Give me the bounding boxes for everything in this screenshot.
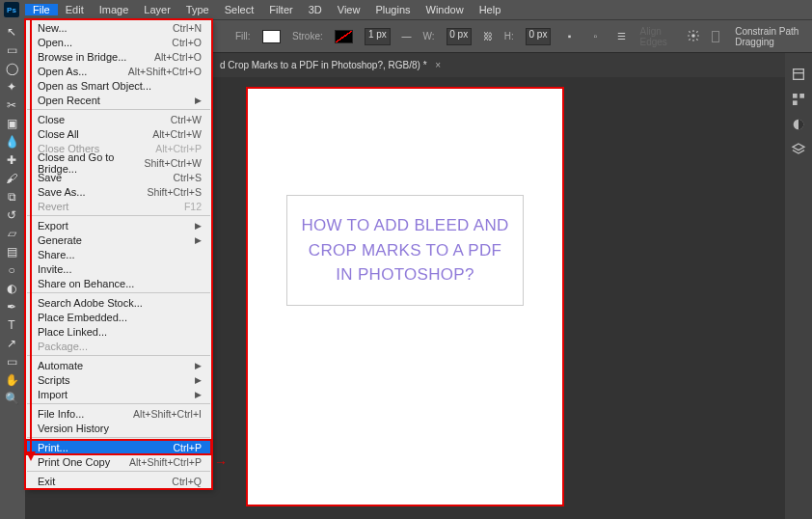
file-menu-open-recent[interactable]: Open Recent▶: [26, 93, 211, 107]
dodge-tool[interactable]: ◐: [0, 280, 23, 297]
constrain-checkbox[interactable]: [712, 31, 720, 42]
menu-edit[interactable]: Edit: [58, 4, 92, 15]
pen-tool[interactable]: ✒: [0, 298, 23, 315]
file-menu-invite[interactable]: Invite...: [26, 261, 211, 276]
file-menu-open-as[interactable]: Open As...Alt+Shift+Ctrl+O: [26, 64, 211, 78]
move-tool[interactable]: ↖: [0, 23, 23, 41]
file-menu-open[interactable]: Open...Ctrl+O: [26, 35, 211, 49]
menu-type[interactable]: Type: [178, 4, 217, 15]
submenu-arrow-icon: ▶: [195, 96, 202, 105]
file-menu-place-linked[interactable]: Place Linked...: [26, 324, 211, 339]
path-tool[interactable]: ↗: [0, 335, 23, 352]
width-input[interactable]: 0 px: [447, 28, 472, 45]
menu-item-label: Export: [38, 220, 68, 232]
link-icon[interactable]: ⛓: [483, 31, 493, 41]
swatches-icon[interactable]: [791, 92, 806, 107]
svg-rect-2: [793, 94, 798, 98]
menu-item-label: Save As...: [38, 186, 86, 198]
stroke-width-input[interactable]: 1 px: [365, 28, 390, 45]
fill-swatch[interactable]: [262, 30, 282, 43]
menu-item-shortcut: Alt+Shift+Ctrl+P: [129, 456, 202, 468]
eyedrop-tool[interactable]: 💧: [0, 133, 23, 150]
stroke-swatch[interactable]: [335, 30, 354, 43]
menu-3d[interactable]: 3D: [301, 4, 330, 15]
adjustments-icon[interactable]: [791, 117, 806, 132]
menu-view[interactable]: View: [330, 4, 368, 15]
file-menu-close-and-go-to-bridge[interactable]: Close and Go to Bridge...Shift+Ctrl+W: [26, 155, 211, 170]
heal-tool[interactable]: ✚: [0, 151, 23, 169]
wand-tool[interactable]: ✦: [0, 78, 23, 96]
menu-item-label: Close: [38, 114, 65, 125]
menu-separator: [27, 437, 210, 438]
hand-tool[interactable]: ✋: [0, 371, 23, 389]
close-icon[interactable]: ×: [435, 60, 441, 70]
file-menu-browse-in-bridge[interactable]: Browse in Bridge...Alt+Ctrl+O: [26, 49, 211, 64]
frame-tool[interactable]: ▣: [0, 115, 23, 132]
file-menu-print-one-copy[interactable]: Print One CopyAlt+Shift+Ctrl+P: [26, 454, 211, 469]
rect-tool[interactable]: ▭: [0, 353, 23, 370]
gradient-tool[interactable]: ▤: [0, 243, 23, 260]
layers-icon[interactable]: [791, 142, 806, 157]
height-input[interactable]: 0 px: [526, 28, 551, 45]
menu-layer[interactable]: Layer: [136, 4, 178, 15]
type-tool[interactable]: T: [0, 316, 23, 334]
file-menu-automate[interactable]: Automate▶: [26, 358, 211, 372]
file-menu-search-adobe-stock[interactable]: Search Adobe Stock...: [26, 295, 211, 310]
eraser-tool[interactable]: ▱: [0, 225, 23, 242]
menu-item-shortcut: F12: [184, 201, 202, 212]
file-menu-place-embedded[interactable]: Place Embedded...: [26, 310, 211, 324]
document-tab[interactable]: d Crop Marks to a PDF in Photoshop?, RGB…: [212, 60, 448, 70]
stamp-tool[interactable]: ⧉: [0, 188, 23, 205]
properties-icon[interactable]: [791, 67, 806, 82]
w-label: W:: [423, 31, 435, 41]
zoom-tool[interactable]: 🔍: [0, 390, 23, 407]
menu-file[interactable]: File: [25, 4, 58, 15]
file-menu-print[interactable]: Print...Ctrl+P: [26, 440, 211, 454]
menu-item-shortcut: Ctrl+Q: [172, 476, 202, 487]
file-menu-exit[interactable]: ExitCtrl+Q: [26, 474, 211, 488]
file-menu-close-all[interactable]: Close AllAlt+Ctrl+W: [26, 126, 211, 141]
file-menu: New...Ctrl+NOpen...Ctrl+OBrowse in Bridg…: [25, 19, 212, 489]
artboard[interactable]: HOW TO ADD BLEED AND CROP MARKS TO A PDF…: [246, 87, 564, 506]
pathops-combine-icon[interactable]: ▪: [562, 26, 577, 47]
file-menu-save-as[interactable]: Save As...Shift+Ctrl+S: [26, 184, 211, 199]
history-tool[interactable]: ↺: [0, 206, 23, 224]
file-menu-close[interactable]: CloseCtrl+W: [26, 112, 211, 126]
file-menu-share-on-behance[interactable]: Share on Behance...: [26, 276, 211, 290]
gear-icon[interactable]: [687, 29, 700, 44]
file-menu-import[interactable]: Import▶: [26, 387, 211, 401]
marquee-tool[interactable]: ▭: [0, 41, 23, 59]
menu-window[interactable]: Window: [419, 4, 472, 15]
file-menu-new[interactable]: New...Ctrl+N: [26, 20, 211, 35]
menu-select[interactable]: Select: [217, 4, 262, 15]
file-menu-share[interactable]: Share...: [26, 247, 211, 261]
file-menu-version-history[interactable]: Version History: [26, 421, 211, 435]
menu-item-label: Open as Smart Object...: [38, 80, 151, 92]
menu-plugins[interactable]: Plugins: [367, 4, 418, 15]
headline-box: HOW TO ADD BLEED AND CROP MARKS TO A PDF…: [286, 195, 524, 306]
file-menu-generate[interactable]: Generate▶: [26, 232, 211, 247]
menu-help[interactable]: Help: [472, 4, 509, 15]
menu-separator: [27, 215, 210, 216]
file-menu-scripts[interactable]: Scripts▶: [26, 372, 211, 387]
file-menu-open-as-smart-object[interactable]: Open as Smart Object...: [26, 78, 211, 93]
file-menu-file-info[interactable]: File Info...Alt+Shift+Ctrl+I: [26, 406, 211, 421]
menu-separator: [27, 292, 210, 293]
menu-item-label: Package...: [38, 341, 88, 352]
crop-tool[interactable]: ✂: [0, 96, 23, 114]
file-menu-export[interactable]: Export▶: [26, 218, 211, 232]
lasso-tool[interactable]: ◯: [0, 60, 23, 77]
pathops-align-icon[interactable]: ▫: [588, 26, 603, 47]
pathops-arrange-icon[interactable]: ☰: [614, 26, 629, 47]
menu-image[interactable]: Image: [92, 4, 137, 15]
svg-rect-3: [799, 94, 804, 98]
submenu-arrow-icon: ▶: [195, 221, 202, 231]
blur-tool[interactable]: ○: [0, 261, 23, 279]
menu-separator: [27, 355, 210, 356]
menu-item-label: Print One Copy: [38, 456, 110, 468]
menu-item-label: Import: [38, 389, 68, 400]
menu-item-shortcut: Alt+Shift+Ctrl+I: [133, 408, 202, 420]
brush-tool[interactable]: 🖌: [0, 170, 23, 187]
menu-filter[interactable]: Filter: [261, 4, 300, 15]
tools-panel: ↖▭◯✦✂▣💧✚🖌⧉↺▱▤○◐✒T↗▭✋🔍: [0, 19, 25, 519]
